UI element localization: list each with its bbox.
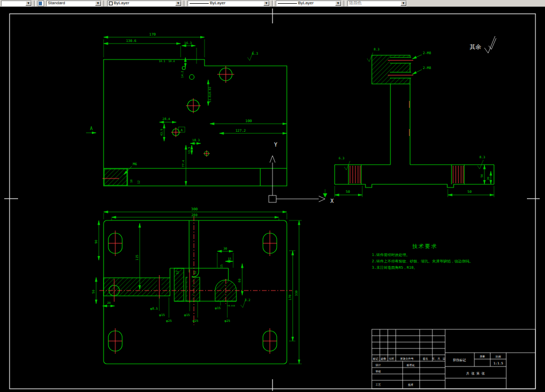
dim-label: 52 xyxy=(193,271,197,275)
thread-label: M6 xyxy=(133,162,137,166)
red-section-hatch xyxy=(350,166,463,183)
cad-application-window: ▼ Standard ▼ ByLayer ▼ ByLayer ▼ ByLayer… xyxy=(0,0,545,392)
surface-finish-label: 3.2 xyxy=(245,298,251,302)
dim-label: 15 xyxy=(220,265,223,268)
dim-label: 10.4 xyxy=(168,59,175,63)
dim-label: 77.4 xyxy=(182,160,185,167)
surplus-roughness: 其余 xyxy=(470,36,496,53)
titleblock-cell: 分区 xyxy=(389,357,394,360)
ucs-x-label: X xyxy=(330,198,334,204)
surplus-label: 其余 xyxy=(470,44,481,50)
dim-label: 50 xyxy=(346,190,350,194)
technical-requirements: 技术要求 1.铸件需经时效处理。 2.铸件上不得有裂纹、砂眼、缩孔、夹渣等缺陷，… xyxy=(372,243,473,270)
hole-label: φ25 xyxy=(193,319,199,323)
titleblock-cell: 处数 xyxy=(381,357,386,361)
dim-label: 14.2 xyxy=(181,71,184,78)
section-hatch xyxy=(104,169,127,185)
titleblock-cell: 更改文件号 xyxy=(401,357,414,360)
surface-finish-label: 6.3 xyxy=(252,52,258,56)
dim-label: 15 xyxy=(228,257,232,260)
dim-label: 115 xyxy=(135,254,139,260)
dim-label: 20 xyxy=(107,301,111,304)
front-view: 170 130.6 16.3 10.1 10.4 14.2 6.3 51.6±0… xyxy=(86,32,287,186)
titleblock-cell: 工艺 xyxy=(376,383,381,386)
tech-req-item: 1.铸件需经时效处理。 xyxy=(372,253,410,257)
thread-label: 2-M8 xyxy=(423,66,431,70)
dim-label: 90 xyxy=(94,240,98,244)
hole-circle xyxy=(190,75,194,80)
datum-flag-icon xyxy=(323,193,327,198)
tech-req-item: 3.未注铸造圆角R5，R10。 xyxy=(372,265,418,270)
dim-label: 52 xyxy=(176,271,179,275)
tech-req-item: 2.铸件上不得有裂纹、砂眼、缩孔、夹渣等缺陷，锐边倒钝。 xyxy=(372,259,473,263)
section-label: A xyxy=(90,126,93,131)
dim-label: 330 xyxy=(294,290,298,296)
dim-label: 127.2 xyxy=(235,129,246,133)
dim-label: 280 xyxy=(191,213,198,217)
dim-label: 50 xyxy=(480,174,483,178)
top-view: 300 280 90 115 50 20 30 15 15 52 52 60 1… xyxy=(91,207,302,364)
dim-label: 130.6 xyxy=(126,39,137,43)
dim-label: 16.3 xyxy=(184,41,192,45)
dim-label: 50 xyxy=(91,289,95,294)
titleblock-cell: 标准化 xyxy=(406,363,415,367)
titleblock-scale-label: 比例 xyxy=(496,355,501,359)
dim-label: 10.1 xyxy=(159,59,165,63)
datum-label: A xyxy=(181,128,183,132)
titleblock-sheets: 共 张 第 张 xyxy=(466,371,485,376)
ucs-y-label: Y xyxy=(274,142,277,148)
dim-label: 12 xyxy=(137,181,140,184)
titleblock-cell: 审核 xyxy=(376,370,381,373)
hole-label: φ15 xyxy=(184,313,190,317)
dim-label: 170 xyxy=(288,294,292,300)
dim-label: 20 xyxy=(487,177,490,181)
hole-label: φ25 xyxy=(225,319,231,323)
drawing-canvas[interactable]: 170 130.6 16.3 10.1 10.4 14.2 6.3 51.6±0… xyxy=(0,0,545,392)
tolerance-label: +0.018 xyxy=(227,304,235,307)
hole-label: φ25 xyxy=(166,319,172,323)
dim-label: 50 xyxy=(467,190,472,194)
dim-label: 170 xyxy=(149,32,156,37)
dim-label: 51.6±0.02 xyxy=(208,87,211,103)
titleblock-scale-value: 1:1.5 xyxy=(493,361,503,365)
titleblock-mass: 质量 xyxy=(480,355,485,358)
titleblock-cell: 签名 xyxy=(423,357,428,361)
dim-label: 28.4 xyxy=(163,117,171,121)
hole-label: φ15 xyxy=(159,313,165,317)
dim-label: 300 xyxy=(191,207,198,211)
titleblock-cell: 设计 xyxy=(375,363,381,367)
titleblock-cell: 批准 xyxy=(408,383,413,387)
surface-finish-label: 8.3 xyxy=(480,155,486,159)
dim-label: 18.3 xyxy=(192,138,200,142)
tech-req-title: 技术要求 xyxy=(412,243,438,249)
thread-label: 2-M8 xyxy=(423,51,431,55)
dim-label: 60 xyxy=(237,278,241,283)
dim-label: 30 xyxy=(223,246,227,250)
dim-label: 43.9 xyxy=(160,129,163,135)
titleblock-cell: 标记 xyxy=(372,357,378,361)
side-section-view: 2-M8 2-M8 8.3 8.3 6.3 50 50 50 20 xyxy=(323,47,494,198)
title-block: 标记 处数 分区 更改文件号 签名 年、月、日 设计 标准化 审核 工艺 批准 … xyxy=(372,329,535,389)
titleblock-cell: 年、月、日 xyxy=(432,357,446,361)
surface-finish-label: 8.3 xyxy=(374,47,380,51)
dim-label: 19.5 xyxy=(188,147,191,154)
hole-circle xyxy=(182,66,185,70)
hole-label: φ15 xyxy=(215,306,221,310)
surface-finish-label: 6.3 xyxy=(339,156,345,160)
titleblock-stage: 阶段标记 xyxy=(453,358,466,362)
hole-label: φ8.5 xyxy=(150,306,158,311)
dim-label: 10 xyxy=(130,180,133,183)
dim-label: 100 xyxy=(245,119,252,123)
